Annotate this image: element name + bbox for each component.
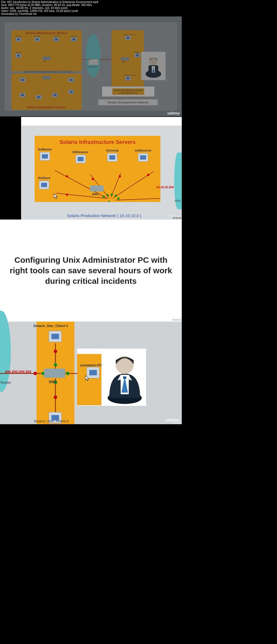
slide-text: Configuring Unix Administrator PC with r… bbox=[5, 255, 177, 286]
svg-line-10 bbox=[116, 198, 160, 200]
switch-icon bbox=[90, 186, 104, 191]
cursor-icon bbox=[54, 193, 58, 201]
timestamp: 00:00:54 bbox=[173, 217, 181, 219]
virtual-label: Virtu bbox=[175, 199, 181, 202]
svg-rect-36 bbox=[123, 376, 126, 379]
server-dnsmaster: DNSmaster bbox=[72, 150, 88, 163]
server-soljump: SolJump bbox=[106, 149, 118, 162]
thumbnail-4: Solaris_Dev_Client-1 SW1 Solaris_Dev_Cli… bbox=[0, 322, 182, 424]
svg-line-5 bbox=[55, 170, 108, 198]
svg-point-14 bbox=[147, 174, 149, 176]
user-avatar-icon bbox=[104, 351, 145, 404]
server-solmaster: SolMaster bbox=[38, 148, 52, 161]
admin-label: unixadmin-PC bbox=[80, 363, 102, 367]
router-label: Router bbox=[1, 380, 11, 385]
switch-label: SW1 bbox=[49, 380, 57, 384]
svg-point-27 bbox=[54, 396, 57, 399]
file-line: File: 001 Introduction to Solaris Admini… bbox=[1, 1, 181, 4]
switch-icon bbox=[44, 369, 65, 378]
client1-label: Solaris_Dev_Client-1 bbox=[33, 324, 68, 328]
svg-point-21 bbox=[117, 197, 120, 200]
svg-point-28 bbox=[34, 372, 37, 375]
net-label: Solaris Production Network ( 10.10.10.0 … bbox=[67, 213, 141, 218]
file-info-header: File: 001 Introduction to Solaris Admini… bbox=[0, 0, 182, 16]
client2-label: Solaris_Dev_Client-2 bbox=[34, 419, 69, 423]
thumbnail-3: Configuring Unix Administrator PC with r… bbox=[0, 220, 182, 322]
audio-line: Audio: aac, 44100 Hz, 2 channels, s16, 6… bbox=[1, 6, 181, 9]
slide-bg: Solaris Infrastructure Servers SolMaster… bbox=[21, 126, 182, 220]
gen-line: Generated by Thumbnail me bbox=[1, 12, 181, 15]
server-solslave: SolSlave bbox=[38, 176, 50, 189]
svg-point-11 bbox=[66, 175, 68, 177]
ip-label: 10.10.10.254 bbox=[156, 186, 174, 189]
svg-point-32 bbox=[66, 372, 69, 375]
timestamp: 00:01:47 bbox=[173, 422, 181, 424]
cursor-icon bbox=[85, 375, 90, 383]
svg-point-12 bbox=[92, 178, 94, 180]
switch-label: SW2 bbox=[92, 193, 98, 196]
svg-point-29 bbox=[54, 363, 57, 366]
timestamp: 00:01:21 bbox=[173, 319, 181, 321]
svg-point-15 bbox=[66, 194, 68, 196]
thumbnail-1: Solaris Infrastructure Servers SolMaster… bbox=[0, 16, 182, 117]
size-line: Size: 6607778 bytes (6.30 MiB), duration… bbox=[1, 4, 181, 6]
udemy-watermark: udemy bbox=[167, 111, 180, 115]
infra-box: Solaris Infrastructure Servers bbox=[35, 136, 160, 202]
svg-point-26 bbox=[54, 350, 57, 353]
svg-point-16 bbox=[103, 195, 105, 198]
svg-point-19 bbox=[115, 195, 117, 197]
thumbnail-2: Solaris Infrastructure Servers SolMaster… bbox=[0, 117, 182, 220]
svg-point-17 bbox=[107, 194, 109, 196]
video-line: Video: h264, yuv420p, 1280x720, 325 kb/s… bbox=[1, 9, 181, 12]
svg-point-18 bbox=[111, 194, 113, 196]
svg-point-20 bbox=[108, 201, 110, 202]
svg-point-13 bbox=[119, 175, 121, 177]
server-soldb: soldbserver bbox=[135, 149, 151, 162]
client1-icon bbox=[49, 331, 62, 342]
ip-label: 200.200.200.254 bbox=[5, 370, 31, 374]
